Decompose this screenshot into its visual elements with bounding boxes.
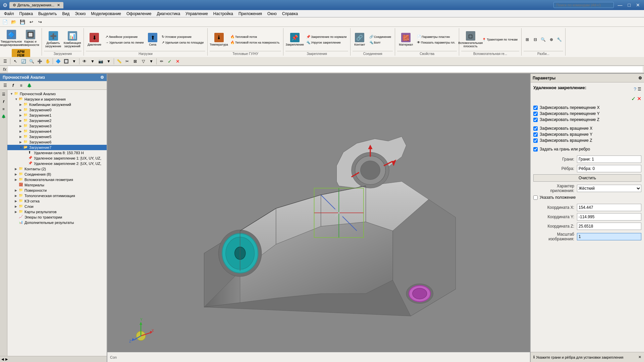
menu-item-файл[interactable]: Файл xyxy=(1,11,17,17)
tb-btn-measure[interactable]: 📏 xyxy=(115,58,123,65)
ribbon-mesh-btn5[interactable]: 🔧 xyxy=(556,36,563,43)
tree-item[interactable]: ▶📁Контакты (2) xyxy=(7,166,107,172)
tree-expand-icon[interactable]: ▼ xyxy=(10,92,14,96)
tree-expand-icon[interactable]: ▶ xyxy=(19,135,23,138)
prop-char-select[interactable]: Жёсткий xyxy=(577,185,641,192)
ribbon-btn-show-params[interactable]: 👁 Показать параметры пл. xyxy=(415,40,457,45)
tb-btn-vis-dropdown[interactable]: ▼ xyxy=(89,58,96,65)
tb-btn-section[interactable]: ✂ xyxy=(123,58,131,65)
menu-item-окно[interactable]: Окно xyxy=(265,11,279,17)
tree-item[interactable]: 📈Эпюры по траектории xyxy=(7,215,107,220)
menu-item-оформление[interactable]: Оформление xyxy=(124,11,154,17)
ribbon-btn-spring[interactable]: 🔩 Упругое закрепление xyxy=(305,40,348,45)
tb-btn-camera[interactable]: 📷 xyxy=(97,58,104,65)
tree-expand-icon[interactable]: ▶ xyxy=(19,130,23,133)
tree-expand-icon[interactable]: ▶ xyxy=(15,167,19,171)
tree-item[interactable]: ▶📁Загружение2 xyxy=(7,118,107,123)
tb-btn-ok[interactable]: ✓ xyxy=(166,58,173,65)
ribbon-btn-plate-params[interactable]: 📄 Параметры пластин xyxy=(415,34,457,39)
side-icon-1[interactable]: ☰ xyxy=(1,91,7,97)
tree-item[interactable]: 🧱Материалы xyxy=(7,182,107,188)
prop-ok-button[interactable]: ✓ xyxy=(631,96,636,102)
ribbon-btn-combine[interactable]: 📊 Комбинациязагружений xyxy=(63,29,82,50)
scroll-left-icon[interactable]: ◀ xyxy=(1,357,4,361)
tb-btn-section2[interactable]: ⊠ xyxy=(131,58,139,65)
side-icon-2[interactable]: f xyxy=(1,99,7,105)
panel-settings-icon[interactable]: ⚙ xyxy=(100,75,104,80)
checkbox-rot-z-input[interactable] xyxy=(533,138,538,143)
prop-faces-input[interactable] xyxy=(577,156,641,163)
tree-item[interactable]: ▶📁Слои xyxy=(7,204,107,209)
ribbon-mesh-btn4[interactable]: ⊕ xyxy=(548,36,555,43)
checkbox-show-pos-input[interactable] xyxy=(533,195,538,200)
minimize-button[interactable]: — xyxy=(616,2,624,8)
tree-item[interactable]: ▶📁Загружение5 xyxy=(7,134,107,139)
menu-item-управление[interactable]: Управление xyxy=(183,11,211,17)
tree-expand-icon[interactable]: ▼ xyxy=(19,146,23,149)
scroll-right-icon[interactable]: ▶ xyxy=(5,357,8,361)
tb-btn-zoom-plus[interactable]: ➕ xyxy=(36,58,43,65)
ribbon-btn-material[interactable]: 🧱 Материал xyxy=(397,29,415,50)
side-icon-4[interactable]: 🌲 xyxy=(1,113,7,119)
tree-expand-icon[interactable]: ▶ xyxy=(15,194,19,197)
new-button[interactable]: 📄 xyxy=(1,18,9,26)
tree-expand-icon[interactable]: ▶ xyxy=(19,114,23,117)
undo-button[interactable]: ↩ xyxy=(28,18,35,26)
prop-cancel-button[interactable]: ✕ xyxy=(637,96,641,102)
ribbon-btn-pressure[interactable]: ⬇ Давление xyxy=(86,29,103,50)
tree-item[interactable]: ▶📁Загружение1 xyxy=(7,113,107,118)
tree-expand-icon[interactable]: ▶ xyxy=(19,108,23,112)
checkbox-rot-x-input[interactable] xyxy=(533,126,538,131)
ribbon-btn-apm[interactable]: APM FEM xyxy=(12,49,30,57)
tree-item[interactable]: 📊Дополнительные результаты xyxy=(7,220,107,225)
ribbon-btn-wireframe[interactable]: 🔲 Каркас иповерхности xyxy=(21,28,40,48)
ribbon-mesh-btn1[interactable]: ⊞ xyxy=(524,36,531,43)
panel-icon-btn1[interactable]: ☰ xyxy=(1,82,9,89)
tb-btn-filter[interactable]: ▽ xyxy=(140,58,147,65)
close-button[interactable]: ✕ xyxy=(635,2,641,8)
checkbox-fix-y-input[interactable] xyxy=(533,112,538,116)
tree-item[interactable]: 📌Удаленное закрепление 2: [UX, UY, UZ, xyxy=(7,161,107,166)
menu-item-справка[interactable]: Справка xyxy=(279,11,301,17)
tree-item[interactable]: ▶📁Комбинации загружений xyxy=(7,102,107,107)
tb-btn-select[interactable]: ↖ xyxy=(12,58,19,65)
panel-icon-fx[interactable]: f xyxy=(9,82,17,89)
prop-coord-z-input[interactable] xyxy=(577,223,641,230)
ribbon-btn-bolt[interactable]: 🔩 Болт xyxy=(368,40,393,45)
tb-btn-cancel2[interactable]: ✕ xyxy=(174,58,181,65)
menu-item-диагностика[interactable]: Диагностика xyxy=(154,11,183,17)
tree-item[interactable]: ▼📂Загружение7 xyxy=(7,145,107,150)
open-button[interactable]: 📂 xyxy=(10,18,17,26)
ribbon-btn-heat-flux[interactable]: 🔥 Тепловой поток xyxy=(229,34,281,39)
tree-item[interactable]: ▶📁Соединения (8) xyxy=(7,172,107,177)
prop-list-icon[interactable]: ☰ xyxy=(638,87,641,92)
tree-item[interactable]: ▶📁Поверхности xyxy=(7,188,107,193)
tree-expand-icon[interactable]: ▶ xyxy=(19,103,23,106)
tb-btn-rotate[interactable]: 🔄 xyxy=(20,58,27,65)
save-button[interactable]: 💾 xyxy=(19,18,26,26)
viewport[interactable]: X Y Z Con xyxy=(107,74,530,362)
menu-item-моделирование[interactable]: Моделирование xyxy=(88,11,124,17)
tree-item[interactable]: ▶📁Загружение6 xyxy=(7,139,107,145)
prop-coord-y-input[interactable] xyxy=(577,213,641,221)
menu-item-выделить[interactable]: Выделить xyxy=(36,11,59,17)
tree-item[interactable]: ⬆Удаленная сила 8: 150.783 Н xyxy=(7,150,107,156)
tb-btn-zoom[interactable]: 🔍 xyxy=(28,58,35,65)
ribbon-btn-heat-surface[interactable]: 🔥 Тепловой поток на поверхность xyxy=(229,40,281,45)
tree-item[interactable]: ▼📂Нагрузки и закрепления xyxy=(7,97,107,102)
tree-item[interactable]: ▼📁Прочностной Анализ xyxy=(7,91,107,97)
tree-expand-icon[interactable]: ▶ xyxy=(15,205,19,208)
title-tab-active[interactable]: ⚙ Деталь_загружения... ✕ xyxy=(9,2,63,8)
prop-scale-input[interactable] xyxy=(577,233,641,240)
right-panel-status-close[interactable]: ✕ xyxy=(638,355,641,359)
ribbon-btn-force-line[interactable]: → Удельная сила по линии xyxy=(104,40,145,45)
ribbon-btn-solid[interactable]: 🔷 Твердотельноемоделирование xyxy=(2,28,20,48)
tree-item[interactable]: ▶📁Загружение4 xyxy=(7,129,107,134)
ribbon-btn-force[interactable]: ⬆ Сила xyxy=(146,29,159,50)
checkbox-fix-z-input[interactable] xyxy=(533,118,538,122)
tree-item[interactable]: ▶📁Карты результатов xyxy=(7,209,107,215)
panel-icon-tree[interactable]: 🌲 xyxy=(25,82,33,89)
redo-button[interactable]: ↪ xyxy=(36,18,44,26)
ribbon-btn-aux-plane[interactable]: ◻ Вспомогательнаяплоскость xyxy=(461,29,480,50)
tb-btn-cam-dropdown[interactable]: ▼ xyxy=(105,58,112,65)
